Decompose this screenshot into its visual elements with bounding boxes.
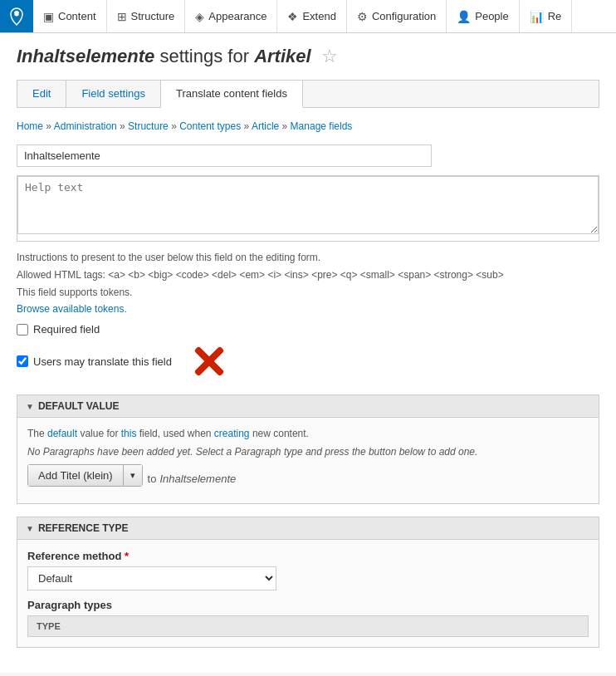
no-paragraphs-text: No Paragraphs have been added yet. Selec…: [27, 446, 589, 458]
reference-type-header[interactable]: ▼ REFERENCE TYPE: [17, 517, 599, 540]
required-checkbox[interactable]: [17, 324, 28, 336]
reference-type-title: REFERENCE TYPE: [38, 522, 129, 534]
bookmark-icon[interactable]: ☆: [321, 46, 338, 66]
nav-configuration[interactable]: ⚙ Configuration: [347, 0, 447, 32]
translate-checkbox-row: Users may translate this field: [17, 355, 172, 368]
add-button-split: Add Titel (klein) ▾: [27, 464, 143, 487]
reference-type-section: ▼ REFERENCE TYPE Reference method * Defa…: [17, 517, 599, 648]
default-value-title: DEFAULT VALUE: [38, 400, 120, 412]
allowed-html-text: Allowed HTML tags: <a> <b> <big> <code> …: [17, 267, 599, 282]
extend-icon: ❖: [287, 10, 298, 23]
default-value-header[interactable]: ▼ DEFAULT VALUE: [17, 395, 599, 418]
breadcrumb-manage-fields[interactable]: Manage fields: [291, 120, 353, 132]
breadcrumb-content-types[interactable]: Content types: [179, 120, 241, 132]
instructions-text: Instructions to present to the user belo…: [17, 250, 599, 265]
breadcrumb: Home » Administration » Structure » Cont…: [17, 120, 599, 132]
type-column-header: TYPE: [28, 616, 589, 637]
nav-appearance[interactable]: ◈ Appearance: [185, 0, 277, 32]
add-dropdown-arrow[interactable]: ▾: [124, 465, 142, 486]
tab-bar: Edit Field settings Translate content fi…: [17, 80, 599, 108]
tab-translate[interactable]: Translate content fields: [161, 81, 303, 108]
nav-extend[interactable]: ❖ Extend: [277, 0, 346, 32]
collapse-arrow-icon: ▼: [26, 402, 34, 411]
default-value-desc: The default value for this field, used w…: [27, 428, 589, 439]
tab-edit[interactable]: Edit: [17, 81, 66, 107]
error-icon: [188, 340, 230, 382]
required-label: Required field: [33, 323, 100, 336]
browse-tokens-link[interactable]: Browse available tokens.: [17, 303, 127, 315]
required-asterisk: *: [125, 550, 129, 562]
svg-point-1: [15, 12, 19, 16]
translate-checkbox[interactable]: [17, 355, 28, 367]
default-value-body: The default value for this field, used w…: [17, 418, 599, 503]
required-field-row: Required field: [17, 323, 599, 336]
structure-icon: ⊞: [117, 10, 127, 23]
tab-field-settings[interactable]: Field settings: [66, 81, 161, 107]
configuration-icon: ⚙: [357, 10, 368, 23]
translate-row: Users may translate this field: [17, 340, 599, 382]
collapse-arrow-ref-icon: ▼: [26, 524, 34, 533]
site-logo[interactable]: [0, 0, 33, 32]
reference-type-body: Reference method * Default Paragraph typ…: [17, 540, 599, 647]
help-text-textarea[interactable]: [17, 176, 599, 234]
reference-method-label: Reference method *: [27, 550, 589, 562]
paragraph-types-label: Paragraph types: [27, 599, 589, 611]
page-title: Inhaltselemente settings for Artikel ☆: [17, 46, 599, 67]
default-value-section: ▼ DEFAULT VALUE The default value for th…: [17, 394, 599, 504]
to-field-name: Inhaltselemente: [159, 473, 236, 485]
reports-icon: 📊: [530, 10, 544, 23]
translate-label: Users may translate this field: [33, 355, 172, 368]
nav-reports[interactable]: 📊 Re: [520, 0, 573, 32]
reference-method-select[interactable]: Default: [27, 566, 276, 590]
content-icon: ▣: [43, 10, 54, 23]
breadcrumb-article[interactable]: Article: [252, 120, 279, 132]
breadcrumb-structure[interactable]: Structure: [128, 120, 169, 132]
appearance-icon: ◈: [195, 10, 204, 23]
top-navigation: ▣ Content ⊞ Structure ◈ Appearance ❖ Ext…: [0, 0, 616, 33]
nav-people[interactable]: 👤 People: [447, 0, 519, 32]
breadcrumb-home[interactable]: Home: [17, 120, 43, 132]
supports-tokens-text: This field supports tokens.: [17, 285, 599, 300]
to-text: to: [148, 473, 157, 485]
paragraph-types-table: TYPE: [27, 615, 589, 637]
add-title-button[interactable]: Add Titel (klein): [28, 465, 124, 486]
label-input[interactable]: [17, 145, 432, 167]
breadcrumb-admin[interactable]: Administration: [54, 120, 117, 132]
nav-structure[interactable]: ⊞ Structure: [107, 0, 186, 32]
nav-content[interactable]: ▣ Content: [33, 0, 107, 32]
people-icon: 👤: [457, 10, 471, 23]
